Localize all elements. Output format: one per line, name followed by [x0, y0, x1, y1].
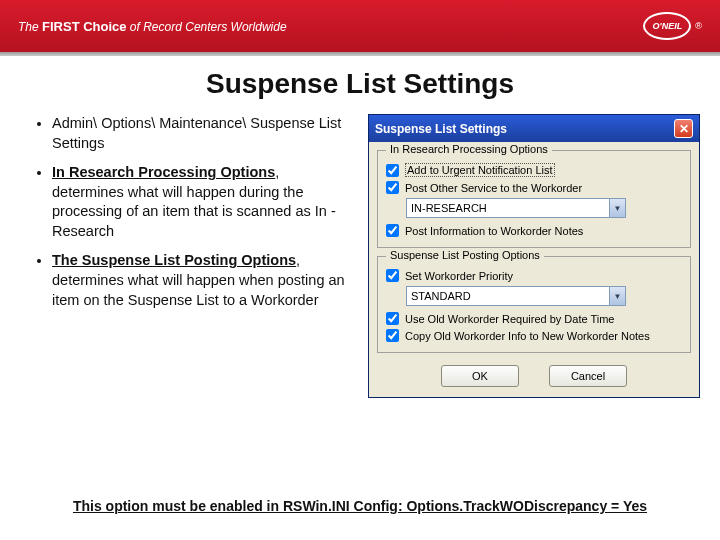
page-title: Suspense List Settings	[0, 56, 720, 114]
checkbox-row: Copy Old Workorder Info to New Workorder…	[386, 329, 682, 342]
bullet-bold: The Suspense List Posting Options	[52, 252, 296, 268]
use-old-datetime-checkbox[interactable]	[386, 312, 399, 325]
cancel-button[interactable]: Cancel	[549, 365, 627, 387]
research-processing-group: In Research Processing Options Add to Ur…	[377, 150, 691, 248]
urgent-notification-checkbox[interactable]	[386, 164, 399, 177]
select-value: IN-RESEARCH	[411, 202, 487, 214]
bullet-item: Admin\ Options\ Maintenance\ Suspense Li…	[52, 114, 354, 153]
checkbox-row: Add to Urgent Notification List	[386, 163, 682, 177]
service-select[interactable]: IN-RESEARCH ▼	[406, 198, 626, 218]
close-button[interactable]: ✕	[674, 119, 693, 138]
checkbox-row: Post Information to Workorder Notes	[386, 224, 682, 237]
dialog-button-row: OK Cancel	[369, 357, 699, 397]
ok-button[interactable]: OK	[441, 365, 519, 387]
brand-logo: O'NEIL ®	[643, 12, 702, 40]
registered-icon: ®	[695, 21, 702, 31]
set-priority-checkbox[interactable]	[386, 269, 399, 282]
checkbox-row: Use Old Workorder Required by Date Time	[386, 312, 682, 325]
select-value: STANDARD	[411, 290, 471, 302]
bullet-item: The Suspense List Posting Options, deter…	[52, 251, 354, 310]
dialog-titlebar: Suspense List Settings ✕	[369, 115, 699, 142]
copy-old-info-checkbox[interactable]	[386, 329, 399, 342]
checkbox-label: Use Old Workorder Required by Date Time	[405, 313, 615, 325]
tagline-bold: FIRST Choice	[42, 19, 127, 34]
settings-dialog: Suspense List Settings ✕ In Research Pro…	[368, 114, 700, 398]
checkbox-label: Copy Old Workorder Info to New Workorder…	[405, 330, 650, 342]
content-row: Admin\ Options\ Maintenance\ Suspense Li…	[0, 114, 720, 398]
bullet-item: In Research Processing Options, determin…	[52, 163, 354, 241]
checkbox-label: Post Information to Workorder Notes	[405, 225, 583, 237]
footer-note: This option must be enabled in RSWin.INI…	[0, 498, 720, 514]
brand-banner: The FIRST Choice of Record Centers World…	[0, 0, 720, 52]
tagline-suffix: of Record Centers Worldwide	[127, 20, 287, 34]
post-other-service-checkbox[interactable]	[386, 181, 399, 194]
tagline-prefix: The	[18, 20, 42, 34]
checkbox-label: Add to Urgent Notification List	[405, 163, 555, 177]
chevron-down-icon: ▼	[609, 287, 625, 305]
posting-options-group: Suspense List Posting Options Set Workor…	[377, 256, 691, 353]
bullet-bold: In Research Processing Options	[52, 164, 275, 180]
group-legend: Suspense List Posting Options	[386, 249, 544, 261]
tagline: The FIRST Choice of Record Centers World…	[18, 19, 287, 34]
dialog-title: Suspense List Settings	[375, 122, 507, 136]
checkbox-row: Post Other Service to the Workorder	[386, 181, 682, 194]
checkbox-row: Set Workorder Priority	[386, 269, 682, 282]
group-legend: In Research Processing Options	[386, 143, 552, 155]
close-icon: ✕	[679, 122, 689, 136]
checkbox-label: Set Workorder Priority	[405, 270, 513, 282]
logo-text: O'NEIL	[643, 12, 691, 40]
post-info-notes-checkbox[interactable]	[386, 224, 399, 237]
priority-select[interactable]: STANDARD ▼	[406, 286, 626, 306]
checkbox-label: Post Other Service to the Workorder	[405, 182, 582, 194]
bullet-text: Admin\ Options\ Maintenance\ Suspense Li…	[52, 115, 341, 151]
bullet-list: Admin\ Options\ Maintenance\ Suspense Li…	[34, 114, 354, 398]
chevron-down-icon: ▼	[609, 199, 625, 217]
